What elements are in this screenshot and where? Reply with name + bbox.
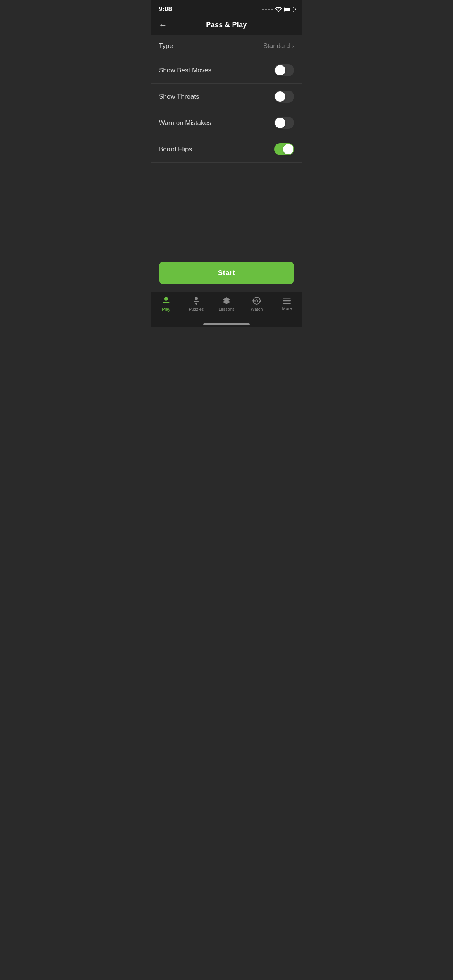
type-label: Type bbox=[159, 42, 173, 50]
svg-point-1 bbox=[256, 300, 258, 302]
home-indicator bbox=[151, 321, 302, 327]
warn-on-mistakes-label: Warn on Mistakes bbox=[159, 119, 211, 127]
battery-icon bbox=[284, 7, 294, 12]
tab-lessons-label: Lessons bbox=[219, 307, 235, 312]
show-threats-thumb bbox=[275, 91, 285, 102]
board-flips-label: Board Flips bbox=[159, 146, 192, 153]
status-icons bbox=[262, 7, 294, 12]
show-threats-label: Show Threats bbox=[159, 93, 199, 101]
tab-watch[interactable]: Watch bbox=[242, 296, 272, 312]
show-threats-toggle[interactable] bbox=[274, 91, 294, 103]
puzzles-icon bbox=[192, 296, 201, 305]
tab-puzzles-label: Puzzles bbox=[189, 307, 204, 312]
settings-content: Type Standard › Show Best Moves Show Thr… bbox=[151, 35, 302, 209]
home-indicator-bar bbox=[203, 323, 250, 325]
warn-on-mistakes-row: Warn on Mistakes bbox=[151, 110, 302, 136]
signal-icon bbox=[262, 9, 273, 10]
watch-icon bbox=[252, 296, 261, 305]
nav-header: ← Pass & Play bbox=[151, 16, 302, 35]
status-bar: 9:08 bbox=[151, 0, 302, 16]
tab-lessons[interactable]: Lessons bbox=[211, 296, 242, 312]
start-button[interactable]: Start bbox=[159, 262, 294, 284]
board-flips-toggle[interactable] bbox=[274, 143, 294, 155]
show-best-moves-thumb bbox=[275, 65, 285, 75]
play-icon bbox=[161, 296, 171, 305]
tab-watch-label: Watch bbox=[251, 307, 263, 312]
tab-more-label: More bbox=[282, 306, 292, 311]
show-best-moves-row: Show Best Moves bbox=[151, 57, 302, 84]
svg-rect-4 bbox=[283, 298, 291, 299]
board-flips-thumb bbox=[283, 144, 293, 154]
warn-on-mistakes-thumb bbox=[275, 118, 285, 128]
back-button[interactable]: ← bbox=[157, 19, 169, 32]
show-best-moves-label: Show Best Moves bbox=[159, 67, 211, 74]
svg-rect-5 bbox=[283, 300, 291, 302]
page-title: Pass & Play bbox=[206, 21, 247, 29]
tab-play-label: Play bbox=[162, 307, 170, 312]
status-time: 9:08 bbox=[159, 5, 172, 13]
warn-on-mistakes-toggle[interactable] bbox=[274, 117, 294, 129]
wifi-icon bbox=[275, 7, 282, 12]
start-button-container: Start bbox=[151, 255, 302, 292]
type-value[interactable]: Standard › bbox=[263, 42, 294, 50]
tab-bar: Play Puzzles Lessons Watch bbox=[151, 292, 302, 321]
chevron-right-icon: › bbox=[292, 43, 294, 50]
type-value-text: Standard bbox=[263, 42, 290, 50]
more-icon bbox=[282, 297, 292, 305]
tab-more[interactable]: More bbox=[272, 297, 302, 311]
type-row[interactable]: Type Standard › bbox=[151, 35, 302, 57]
tab-play[interactable]: Play bbox=[151, 296, 181, 312]
show-best-moves-toggle[interactable] bbox=[274, 64, 294, 76]
tab-puzzles[interactable]: Puzzles bbox=[181, 296, 211, 312]
svg-rect-6 bbox=[283, 303, 291, 304]
show-threats-row: Show Threats bbox=[151, 84, 302, 110]
lessons-icon bbox=[222, 296, 231, 305]
board-flips-row: Board Flips bbox=[151, 136, 302, 163]
